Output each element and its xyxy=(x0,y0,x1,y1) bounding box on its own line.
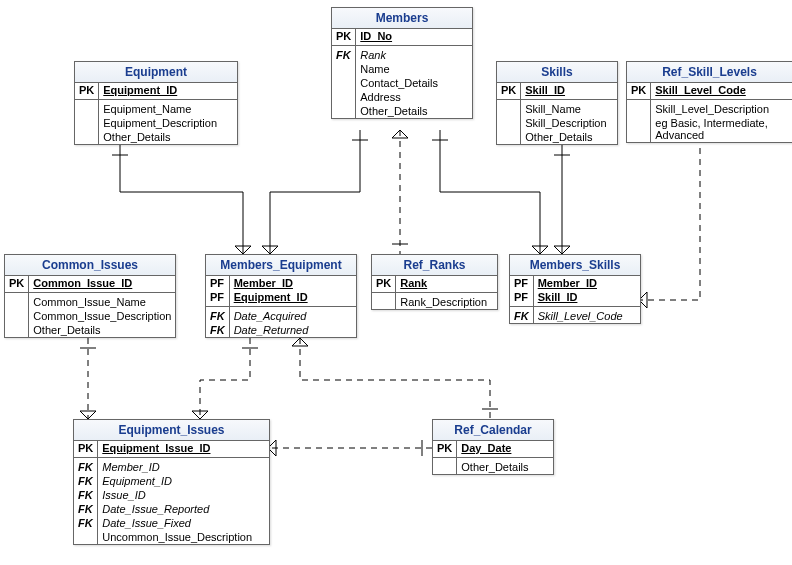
attribute-name: Skill_ID xyxy=(533,290,640,307)
entity-title: Members_Skills xyxy=(510,255,640,276)
attribute-name: Member_ID xyxy=(229,276,356,290)
attribute-row: FKMember_ID xyxy=(74,458,269,475)
key-indicator: FK xyxy=(206,323,229,337)
key-indicator xyxy=(74,530,98,544)
attribute-row: Skill_Description xyxy=(497,116,617,130)
key-indicator: PK xyxy=(627,83,651,100)
key-indicator: FK xyxy=(74,502,98,516)
attribute-name: Skill_Level_Description xyxy=(651,100,792,117)
attribute-row: PKEquipment_ID xyxy=(75,83,237,100)
entity-body: PFMember_IDPFEquipment_IDFKDate_Acquired… xyxy=(206,276,356,337)
key-indicator: FK xyxy=(74,474,98,488)
attribute-row: eg Basic, Intermediate, Advanced xyxy=(627,116,792,142)
key-indicator: PK xyxy=(74,441,98,458)
entity-ref-calendar: Ref_Calendar PKDay_DateOther_Details xyxy=(432,419,554,475)
attribute-row: PFMember_ID xyxy=(206,276,356,290)
attribute-row: Uncommon_Issue_Description xyxy=(74,530,269,544)
attribute-name: Member_ID xyxy=(98,458,269,475)
attribute-name: eg Basic, Intermediate, Advanced xyxy=(651,116,792,142)
attribute-name: Rank xyxy=(396,276,497,293)
attribute-row: Name xyxy=(332,62,472,76)
entity-equipment-issues: Equipment_Issues PKEquipment_Issue_IDFKM… xyxy=(73,419,270,545)
entity-members-skills: Members_Skills PFMember_IDPFSkill_IDFKSk… xyxy=(509,254,641,324)
attribute-name: Contact_Details xyxy=(356,76,472,90)
attribute-row: Rank_Description xyxy=(372,293,497,310)
attribute-name: Date_Issue_Fixed xyxy=(98,516,269,530)
entity-members-equipment: Members_Equipment PFMember_IDPFEquipment… xyxy=(205,254,357,338)
key-indicator xyxy=(332,76,356,90)
key-indicator: PF xyxy=(206,276,229,290)
attribute-row: FKSkill_Level_Code xyxy=(510,307,640,324)
attribute-name: Equipment_Issue_ID xyxy=(98,441,269,458)
key-indicator xyxy=(75,116,99,130)
attribute-row: Other_Details xyxy=(75,130,237,144)
key-indicator xyxy=(5,293,29,310)
attribute-row: PKEquipment_Issue_ID xyxy=(74,441,269,458)
key-indicator: FK xyxy=(74,458,98,475)
key-indicator xyxy=(497,100,521,117)
entity-body: PKSkill_Level_CodeSkill_Level_Descriptio… xyxy=(627,83,792,142)
key-indicator: FK xyxy=(332,46,356,63)
attribute-name: Other_Details xyxy=(29,323,176,337)
key-indicator xyxy=(332,62,356,76)
entity-title: Ref_Ranks xyxy=(372,255,497,276)
entity-title: Ref_Calendar xyxy=(433,420,553,441)
attribute-row: PKSkill_Level_Code xyxy=(627,83,792,100)
attribute-name: Equipment_Name xyxy=(99,100,237,117)
entity-body: PKRankRank_Description xyxy=(372,276,497,309)
key-indicator: PK xyxy=(497,83,521,100)
attribute-name: Address xyxy=(356,90,472,104)
attribute-row: PFSkill_ID xyxy=(510,290,640,307)
attribute-name: Rank_Description xyxy=(396,293,497,310)
attribute-row: PKRank xyxy=(372,276,497,293)
attribute-name: Skill_Name xyxy=(521,100,617,117)
attribute-row: Contact_Details xyxy=(332,76,472,90)
key-indicator xyxy=(332,90,356,104)
attribute-name: Issue_ID xyxy=(98,488,269,502)
key-indicator xyxy=(372,293,396,310)
entity-common-issues: Common_Issues PKCommon_Issue_IDCommon_Is… xyxy=(4,254,176,338)
key-indicator: FK xyxy=(74,488,98,502)
attribute-row: Equipment_Description xyxy=(75,116,237,130)
attribute-row: FKDate_Issue_Fixed xyxy=(74,516,269,530)
attribute-row: Other_Details xyxy=(5,323,175,337)
attribute-name: Member_ID xyxy=(533,276,640,290)
key-indicator: PK xyxy=(433,441,457,458)
key-indicator xyxy=(433,458,457,475)
attribute-name: ID_No xyxy=(356,29,472,46)
key-indicator xyxy=(497,116,521,130)
entity-title: Common_Issues xyxy=(5,255,175,276)
attribute-name: Skill_ID xyxy=(521,83,617,100)
attribute-row: FKRank xyxy=(332,46,472,63)
attribute-row: FKEquipment_ID xyxy=(74,474,269,488)
attribute-row: Skill_Name xyxy=(497,100,617,117)
attribute-row: Address xyxy=(332,90,472,104)
attribute-row: Common_Issue_Description xyxy=(5,309,175,323)
attribute-name: Other_Details xyxy=(99,130,237,144)
attribute-row: FKDate_Issue_Reported xyxy=(74,502,269,516)
attribute-name: Day_Date xyxy=(457,441,553,458)
key-indicator xyxy=(627,100,651,117)
attribute-name: Date_Issue_Reported xyxy=(98,502,269,516)
key-indicator: FK xyxy=(510,307,533,324)
attribute-name: Date_Acquired xyxy=(229,307,356,324)
attribute-name: Name xyxy=(356,62,472,76)
key-indicator xyxy=(332,104,356,118)
entity-skills: Skills PKSkill_IDSkill_NameSkill_Descrip… xyxy=(496,61,618,145)
attribute-name: Skill_Description xyxy=(521,116,617,130)
key-indicator xyxy=(5,309,29,323)
attribute-name: Common_Issue_Name xyxy=(29,293,176,310)
entity-ref-ranks: Ref_Ranks PKRankRank_Description xyxy=(371,254,498,310)
attribute-row: Other_Details xyxy=(497,130,617,144)
attribute-name: Skill_Level_Code xyxy=(651,83,792,100)
attribute-name: Common_Issue_Description xyxy=(29,309,176,323)
attribute-row: Skill_Level_Description xyxy=(627,100,792,117)
attribute-row: PKID_No xyxy=(332,29,472,46)
key-indicator: PK xyxy=(372,276,396,293)
attribute-name: Other_Details xyxy=(521,130,617,144)
attribute-name: Uncommon_Issue_Description xyxy=(98,530,269,544)
attribute-name: Other_Details xyxy=(356,104,472,118)
key-indicator xyxy=(5,323,29,337)
entity-body: PKID_NoFKRankNameContact_DetailsAddressO… xyxy=(332,29,472,118)
attribute-row: FKDate_Returned xyxy=(206,323,356,337)
